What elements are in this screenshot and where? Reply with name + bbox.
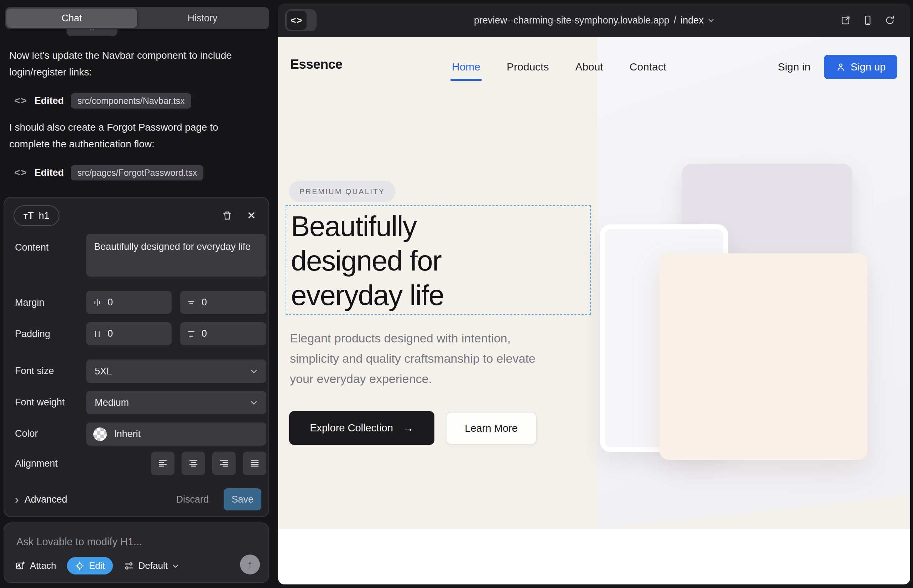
padding-label: Padding [15,328,50,339]
close-editor-button[interactable]: ✕ [244,208,259,223]
element-editor-panel: TT h1 ✕ Content Beautifully designed for… [3,197,269,517]
color-select[interactable]: Inherit [86,423,266,446]
font-size-label: Font size [15,365,54,376]
chat-input-box: Ask Lovable to modify H1... Attach Edit … [3,522,269,583]
site-logo[interactable]: Essence [290,57,343,72]
up-arrow-icon: ↑ [248,559,253,570]
hero-heading-line: everyday life [291,278,444,312]
tab-chat[interactable]: Chat [6,8,137,28]
mobile-icon [863,15,873,26]
typography-icon: TT [24,210,34,221]
margin-horizontal-icon [92,298,102,307]
learn-more-button[interactable]: Learn More [446,412,537,444]
align-right-button[interactable] [212,452,236,475]
chat-history-tabs: Chat History [5,7,269,29]
mobile-view-button[interactable] [862,14,874,26]
content-input[interactable]: Beautifully designed for everyday life [86,234,266,276]
file-chip[interactable]: src/pages/ForgotPassword.tsx [71,165,203,181]
url-path: index [680,15,704,26]
font-weight-select[interactable]: Medium [86,391,266,414]
element-tag-name: h1 [39,210,50,221]
hero-heading-line: Beautifully [291,209,444,244]
align-center-icon [188,458,199,469]
open-external-button[interactable] [840,14,852,26]
chevron-down-icon [708,17,714,24]
edited-label: Edited [34,167,64,178]
tab-history[interactable]: History [137,8,268,28]
alignment-group [151,452,266,475]
padding-horizontal-icon [92,329,102,339]
nav-link-home[interactable]: Home [452,61,480,73]
align-left-icon [157,458,168,469]
chat-input[interactable]: Ask Lovable to modify H1... [16,536,142,548]
refresh-button[interactable] [884,14,896,26]
file-chip[interactable]: src/components/Navbar.tsx [71,93,191,108]
padding-vertical-icon [186,329,196,339]
edited-file-row: <> Edited src/components/Navbar.tsx [14,92,191,110]
font-size-select[interactable]: 5XL [86,360,266,383]
chat-sidebar: ·· Chat History Now let's update the Nav… [0,0,278,588]
save-button[interactable]: Save [223,488,261,510]
chrome-actions [840,3,896,37]
chevron-down-icon [250,367,258,375]
external-link-icon [840,15,851,26]
nav-link-about[interactable]: About [575,61,603,73]
color-label: Color [15,428,38,439]
site-navbar: Essence Home Products About Contact Sign… [278,37,910,97]
attach-button[interactable]: Attach [15,560,56,571]
align-justify-icon [249,458,260,469]
premium-quality-badge: PREMIUM QUALITY [289,181,396,202]
delete-element-button[interactable] [220,208,234,223]
hero-heading-line: designed for [291,244,444,278]
crosshair-icon [75,561,85,571]
margin-vertical-icon [186,298,196,307]
sliders-icon [123,561,134,571]
arrow-right-icon: → [402,422,414,435]
browser-chrome: <> preview--charming-site-symphony.lovab… [278,3,910,37]
default-mode-dropdown[interactable]: Default [123,560,179,571]
alignment-label: Alignment [15,458,58,469]
hero-card-front [659,254,868,460]
prompt-toolbar: Attach Edit Default [15,557,179,575]
explore-collection-button[interactable]: Explore Collection → [289,411,434,445]
refresh-icon [884,15,895,26]
attach-image-icon [15,561,26,571]
color-swatch [93,428,107,441]
align-center-button[interactable] [181,452,205,475]
trash-icon [222,210,233,221]
edited-label: Edited [34,95,64,107]
nav-links: Home Products About Contact [452,37,666,97]
h1-selection-outline[interactable]: Beautifully designed for everyday life [286,205,591,315]
nav-link-products[interactable]: Products [507,61,549,73]
site-preview: Essence Home Products About Contact Sign… [278,37,910,585]
margin-y-input[interactable]: 0 [180,291,266,314]
sign-in-link[interactable]: Sign in [778,37,811,97]
chevron-right-icon: › [15,495,19,504]
advanced-toggle[interactable]: › Advanced [15,494,67,505]
discard-button[interactable]: Discard [176,494,209,505]
hero-heading: Beautifully designed for everyday life [291,209,444,312]
align-right-icon [219,458,229,469]
hero-description: Elegant products designed with intention… [290,328,536,389]
edit-mode-button[interactable]: Edit [67,557,113,575]
margin-x-input[interactable]: 0 [86,291,172,314]
content-label: Content [15,242,49,253]
sign-up-button[interactable]: Sign up [824,55,897,79]
preview-window: <> preview--charming-site-symphony.lovab… [278,3,910,585]
url-host: preview--charming-site-symphony.lovable.… [474,15,669,26]
url-separator: / [674,15,677,26]
code-icon: <> [14,167,28,178]
padding-x-input[interactable]: 0 [86,322,172,345]
align-left-button[interactable] [151,452,175,475]
url-bar[interactable]: preview--charming-site-symphony.lovable.… [278,3,910,37]
padding-y-input[interactable]: 0 [180,322,266,345]
send-button[interactable]: ↑ [240,554,260,575]
edited-file-row: <> Edited src/pages/ForgotPassword.tsx [14,164,203,181]
align-justify-button[interactable] [243,452,266,475]
font-weight-label: Font weight [15,397,65,408]
nav-link-contact[interactable]: Contact [630,61,666,73]
editor-footer: › Advanced Discard Save [15,488,261,510]
code-icon: <> [14,95,28,107]
element-tag-pill: TT h1 [13,205,60,226]
assistant-message: I should also create a Forgot Password p… [9,119,251,152]
